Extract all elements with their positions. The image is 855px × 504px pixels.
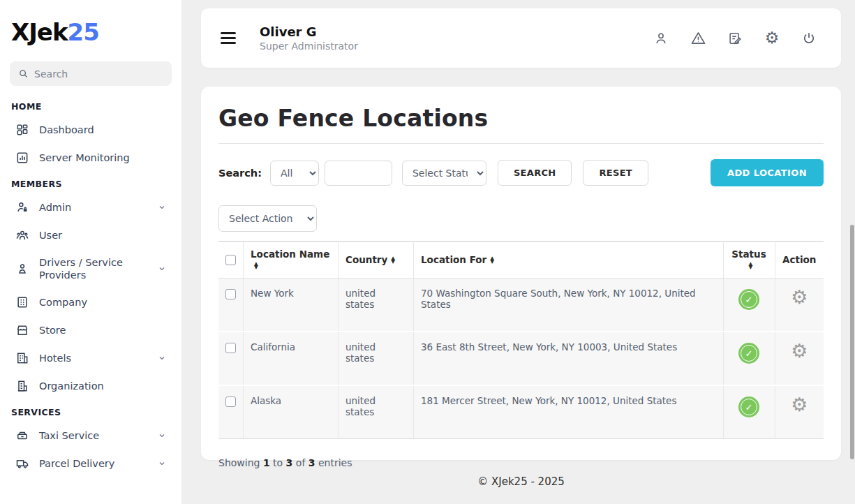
search-label: Search: <box>218 168 262 179</box>
chevron-down-icon <box>158 354 166 362</box>
sidebar-item-label: Hotels <box>39 352 148 364</box>
sidebar-item-label: Parcel Delivery <box>39 457 148 470</box>
section-members: MEMBERS <box>11 179 170 189</box>
section-home: HOME <box>11 101 170 112</box>
content-card: Geo Fence Locations Search: All Select S… <box>201 87 841 460</box>
sidebar-item-label: Store <box>39 324 166 336</box>
cell-location-name: New York <box>244 279 339 332</box>
status-active-icon[interactable]: ✓ <box>738 343 759 364</box>
col-status[interactable]: Status▲▼ <box>723 242 775 279</box>
main-area: Oliver G Super Administrator ⚙ Geo Fence… <box>181 0 855 504</box>
row-checkbox[interactable] <box>225 396 236 407</box>
locations-table: Location Name▲▼ Country▲▼ Location For▲▼… <box>218 241 824 439</box>
search-text-input[interactable] <box>325 161 392 186</box>
header-actions: ⚙ <box>651 29 819 48</box>
search-field-select[interactable]: All <box>270 161 319 186</box>
sidebar-item-label: Server Monitoring <box>39 151 166 164</box>
cell-country: united states <box>339 279 414 332</box>
sort-icon[interactable]: ▲▼ <box>254 262 258 269</box>
sidebar-item-drivers-service-providers[interactable]: Drivers / Service Providers <box>10 249 172 288</box>
sidebar-item-server-monitoring[interactable]: Server Monitoring <box>10 144 172 172</box>
chevron-down-icon <box>158 459 166 468</box>
cell-location-name: Alaska <box>244 385 339 439</box>
sidebar-item-parcel-delivery[interactable]: Parcel Delivery <box>10 450 172 477</box>
sidebar-item-dashboard[interactable]: Dashboard <box>10 116 172 144</box>
driver-icon <box>15 262 29 276</box>
col-location-for[interactable]: Location For▲▼ <box>414 242 724 279</box>
user-role: Super Administrator <box>260 40 358 52</box>
sidebar-item-label: Dashboard <box>39 124 166 136</box>
sidebar-item-company[interactable]: Company <box>10 288 172 316</box>
row-actions-gear-icon[interactable]: ⚙ <box>791 340 808 362</box>
table-row: California united states 36 East 8th Str… <box>218 332 824 385</box>
sidebar-item-label: Company <box>39 296 166 309</box>
sort-icon[interactable]: ▲▼ <box>391 257 395 263</box>
sidebar-item-organization[interactable]: Organization <box>10 372 172 400</box>
cell-location-for: 70 Washington Square South, New York, NY… <box>414 279 724 332</box>
brand-logo[interactable]: XJek25 <box>11 18 172 46</box>
status-select[interactable]: Select Status <box>402 161 486 186</box>
sidebar-item-label: Organization <box>39 380 166 392</box>
section-services: SERVICES <box>11 407 170 417</box>
sidebar: XJek25 HOME Dashboard Server Monitoring … <box>0 0 181 504</box>
taxi-icon <box>15 429 29 443</box>
admin-icon <box>15 200 29 214</box>
truck-icon <box>15 457 29 470</box>
search-input[interactable] <box>34 68 163 80</box>
cell-location-for: 36 East 8th Street, New York, NY 10003, … <box>414 332 724 385</box>
select-all-checkbox[interactable] <box>225 255 236 265</box>
sidebar-item-label: Taxi Service <box>39 429 148 442</box>
cell-location-name: California <box>244 332 339 385</box>
users-icon <box>15 228 29 242</box>
hamburger-menu-icon[interactable] <box>221 32 236 44</box>
monitoring-icon <box>15 151 29 165</box>
sidebar-item-admin[interactable]: Admin <box>10 193 172 221</box>
table-row: Alaska united states 181 Mercer Street, … <box>218 385 824 439</box>
entries-summary: Showing 1 to 3 of 3 entries <box>218 457 824 468</box>
report-edit-icon[interactable] <box>725 29 745 48</box>
add-location-button[interactable]: ADD LOCATION <box>711 159 824 186</box>
chevron-down-icon <box>158 203 166 212</box>
brand-logo-accent: 25 <box>68 18 99 46</box>
brand-logo-text: XJek <box>11 18 68 46</box>
chevron-down-icon <box>158 431 166 440</box>
cell-country: united states <box>339 332 414 385</box>
user-name: Oliver G <box>260 24 358 39</box>
warning-icon[interactable] <box>688 29 708 48</box>
user-info: Oliver G Super Administrator <box>260 24 358 52</box>
status-active-icon[interactable]: ✓ <box>738 289 759 310</box>
filter-bar: Search: All Select Status SEARCH RESET A… <box>218 159 824 186</box>
search-button[interactable]: SEARCH <box>498 160 572 186</box>
sidebar-item-hotels[interactable]: Hotels <box>10 344 172 372</box>
title-divider <box>218 143 824 144</box>
status-active-icon[interactable]: ✓ <box>738 396 759 417</box>
settings-gear-icon[interactable]: ⚙ <box>762 29 782 48</box>
sidebar-item-label: User <box>39 229 166 242</box>
bulk-action-select[interactable]: Select Action <box>218 205 317 232</box>
col-location-name[interactable]: Location Name▲▼ <box>244 242 339 279</box>
sidebar-item-label: Drivers / Service Providers <box>39 256 144 281</box>
sidebar-item-store[interactable]: Store <box>10 316 172 344</box>
sidebar-item-user[interactable]: User <box>10 221 172 249</box>
cell-location-for: 181 Mercer Street, New York, NY 10012, U… <box>414 385 724 439</box>
row-actions-gear-icon[interactable]: ⚙ <box>791 394 808 415</box>
sort-icon[interactable]: ▲▼ <box>490 257 494 263</box>
profile-icon[interactable] <box>651 29 671 48</box>
sidebar-item-taxi-service[interactable]: Taxi Service <box>10 422 172 450</box>
page-title: Geo Fence Locations <box>218 105 824 132</box>
row-actions-gear-icon[interactable]: ⚙ <box>791 286 808 308</box>
row-checkbox[interactable] <box>225 343 236 353</box>
sidebar-item-label: Admin <box>39 201 148 214</box>
table-row: New York united states 70 Washington Squ… <box>218 279 824 332</box>
row-checkbox[interactable] <box>225 289 236 299</box>
power-logout-icon[interactable] <box>799 29 819 48</box>
copyright-footer: © XJek25 - 2025 <box>201 475 841 488</box>
reset-button[interactable]: RESET <box>583 160 648 186</box>
scrollbar-thumb[interactable] <box>850 225 854 459</box>
chevron-down-icon <box>158 265 166 273</box>
table-header-row: Location Name▲▼ Country▲▼ Location For▲▼… <box>218 242 824 279</box>
sort-icon[interactable]: ▲▼ <box>749 262 753 269</box>
sidebar-search[interactable] <box>10 61 172 86</box>
top-header: Oliver G Super Administrator ⚙ <box>201 8 841 68</box>
col-country[interactable]: Country▲▼ <box>339 242 414 279</box>
